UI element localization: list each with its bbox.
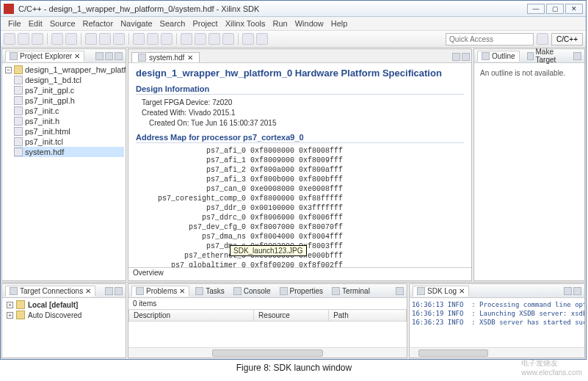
refresh-icon[interactable] [242, 33, 254, 45]
view-menu-icon[interactable] [115, 52, 123, 60]
view-menu-icon[interactable] [573, 287, 581, 295]
sdk-log-body[interactable]: 16:36:13 INFO : Processing command line … [410, 298, 584, 347]
menu-window[interactable]: Window [292, 18, 327, 29]
image-tooltip: SDK_launch123.JPG [230, 245, 307, 256]
log-line: 16:36:13 INFO : Processing command line … [412, 300, 582, 309]
editor-tab-system-hdf[interactable]: system.hdf ✕ [131, 52, 200, 62]
file-node[interactable]: ps7_init.c [14, 106, 124, 116]
back-icon[interactable] [181, 33, 192, 45]
gear-icon[interactable] [256, 33, 268, 45]
new-icon[interactable] [4, 33, 15, 45]
project-icon [14, 65, 23, 74]
h-file-icon [14, 96, 23, 105]
file-node[interactable]: ps7_init.html [14, 126, 124, 137]
addr-map-row: ps7_globaltimer_0 0xf8f00200 0xf8f002ff [149, 261, 464, 267]
tab-target-connections[interactable]: Target Connections ✕ [5, 286, 95, 297]
forward-icon[interactable] [195, 33, 206, 45]
target-item[interactable]: +Local [default] [7, 300, 121, 310]
file-node-selected[interactable]: system.hdf [14, 147, 124, 157]
target-connections-body[interactable]: +Local [default] +Auto Discovered [2, 298, 126, 358]
minimize-pane-icon[interactable] [452, 53, 460, 61]
menu-help[interactable]: Help [328, 18, 351, 29]
col-path[interactable]: Path [329, 310, 407, 322]
horizontal-scrollbar[interactable] [410, 347, 584, 358]
step-icon[interactable] [208, 33, 220, 45]
link-editor-icon[interactable] [105, 52, 113, 60]
problems-count: 0 items [128, 298, 407, 309]
tab-outline[interactable]: Outline [477, 51, 520, 62]
editor-tabs: system.hdf ✕ [128, 49, 471, 63]
project-node[interactable]: − design_1_wrapper_hw_platform_0 [5, 65, 124, 75]
minimize-button[interactable]: — [527, 4, 545, 14]
addr-map-row: ps7_dma_ns 0xf8004000 0xf8004fff [149, 232, 464, 242]
tab-project-explorer[interactable]: Project Explorer ✕ [5, 51, 84, 62]
perspective-button[interactable]: C/C++ [551, 33, 583, 46]
editor-body[interactable]: design_1_wrapper_hw_platform_0 Hardware … [128, 63, 471, 267]
menu-navigate[interactable]: Navigate [117, 18, 155, 29]
titlebar: C/C++ - design_1_wrapper_hw_platform_0/s… [1, 1, 586, 17]
search-icon[interactable] [147, 33, 159, 45]
hammer-icon[interactable] [65, 33, 77, 45]
expand-icon[interactable]: + [7, 302, 13, 308]
run-icon[interactable] [99, 33, 111, 45]
col-description[interactable]: Description [129, 310, 254, 322]
console-icon [233, 287, 242, 295]
target-item[interactable]: +Auto Discovered [7, 310, 121, 320]
overview-tab[interactable]: Overview [128, 267, 471, 280]
file-node[interactable]: ps7_init.tcl [14, 137, 124, 147]
collapse-icon[interactable]: − [5, 67, 12, 73]
c-file-icon [14, 86, 23, 95]
step-over-icon[interactable] [222, 33, 234, 45]
tab-tasks[interactable]: Tasks [192, 287, 228, 295]
expand-icon[interactable]: + [7, 312, 13, 319]
tab-problems[interactable]: Problems✕ [131, 286, 189, 297]
toggle-icon[interactable] [161, 33, 173, 45]
design-info-heading: Design Information [136, 84, 464, 95]
tab-properties[interactable]: Properties [277, 287, 327, 295]
addr-map-row: ps7_afi_3 0xf800b000 0xf800bfff [149, 175, 464, 184]
build-icon[interactable] [51, 33, 63, 45]
addr-map-row: ps7_ddr_0 0x00100000 0x3fffffff [149, 203, 464, 213]
view-menu-icon[interactable] [396, 287, 404, 295]
horizontal-scrollbar[interactable] [128, 347, 407, 358]
clear-icon[interactable] [564, 287, 572, 295]
menu-refactor[interactable]: Refactor [80, 18, 117, 29]
open-perspective-icon[interactable] [537, 33, 548, 45]
address-map-heading: Address Map for processor ps7_cortexa9_0 [136, 133, 464, 143]
menu-search[interactable]: Search [157, 18, 189, 29]
debug-icon[interactable] [85, 33, 97, 45]
file-node[interactable]: design_1_bd.tcl [14, 75, 124, 85]
menu-project[interactable]: Project [189, 18, 220, 29]
addr-map-row: ps7_dev_cfg_0 0xf8007000 0xf80070ff [149, 222, 464, 232]
figure-caption: Figure 8: SDK launch window [0, 360, 588, 376]
tasks-icon [195, 287, 203, 295]
tab-sdk-log[interactable]: SDK Log✕ [413, 286, 469, 297]
file-node[interactable]: ps7_init_gpl.h [14, 95, 124, 106]
tab-console[interactable]: Console [231, 287, 274, 295]
problems-table[interactable]: Description Resource Path [128, 309, 407, 347]
external-tools-icon[interactable] [113, 33, 125, 45]
window-title: C/C++ - design_1_wrapper_hw_platform_0/s… [18, 4, 527, 13]
menu-source[interactable]: Source [47, 18, 79, 29]
maximize-pane-icon[interactable] [462, 53, 470, 61]
log-line: 16:36:19 INFO : Launching XSDB server: x… [412, 309, 582, 318]
view-menu-icon[interactable] [115, 287, 123, 295]
open-type-icon[interactable] [133, 33, 145, 45]
file-node[interactable]: ps7_init_gpl.c [14, 85, 124, 95]
close-button[interactable]: ✕ [565, 4, 583, 14]
save-icon[interactable] [18, 33, 29, 45]
quick-access-input[interactable] [446, 33, 534, 46]
menu-run[interactable]: Run [270, 18, 291, 29]
menu-xilinx-tools[interactable]: Xilinx Tools [222, 18, 269, 29]
file-node[interactable]: ps7_init.h [14, 116, 124, 126]
save-all-icon[interactable] [32, 33, 43, 45]
maximize-button[interactable]: ▢ [546, 4, 564, 14]
project-tree[interactable]: − design_1_wrapper_hw_platform_0 design_… [2, 63, 126, 280]
collapse-all-icon[interactable] [95, 52, 104, 60]
menu-edit[interactable]: Edit [26, 18, 46, 29]
tab-terminal[interactable]: Terminal [329, 287, 373, 295]
add-icon[interactable] [105, 287, 113, 295]
col-resource[interactable]: Resource [254, 310, 329, 322]
menu-file[interactable]: File [5, 18, 24, 29]
view-menu-icon[interactable] [573, 52, 581, 60]
